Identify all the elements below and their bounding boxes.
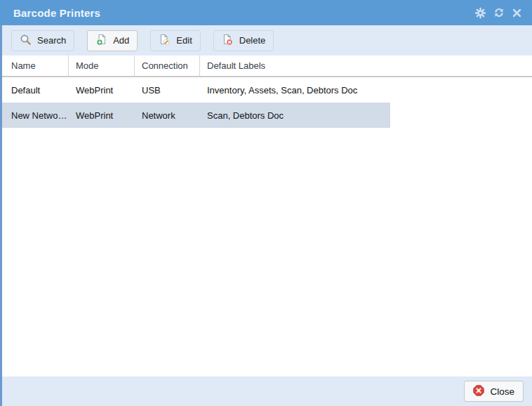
cell-name: New Netwo… <box>2 103 69 128</box>
close-button-label: Close <box>490 386 514 397</box>
grid-header: Name Mode Connection Default Labels <box>2 55 532 77</box>
magnifier-icon <box>20 34 32 48</box>
cell-mode: WebPrint <box>69 77 135 103</box>
close-octagon-icon <box>473 385 484 398</box>
delete-button-label: Delete <box>239 35 266 46</box>
search-button[interactable]: Search <box>11 30 74 51</box>
toolbar: Search Add <box>2 25 532 55</box>
delete-button[interactable]: Delete <box>213 30 274 51</box>
dialog-body: Search Add <box>0 25 532 406</box>
refresh-icon[interactable] <box>493 7 505 19</box>
edit-button-label: Edit <box>176 35 192 46</box>
page-delete-icon <box>222 34 234 48</box>
cell-name: Default <box>2 77 69 103</box>
add-button[interactable]: Add <box>87 30 138 51</box>
titlebar-tools <box>474 7 523 19</box>
titlebar: Barcode Printers <box>0 0 532 25</box>
edit-button[interactable]: Edit <box>150 30 200 51</box>
close-button[interactable]: Close <box>464 381 524 402</box>
page-edit-icon <box>159 34 171 48</box>
dialog-title: Barcode Printers <box>13 7 474 19</box>
column-header-mode[interactable]: Mode <box>69 55 135 76</box>
cell-default-labels: Scan, Debtors Doc <box>200 103 390 128</box>
cell-mode: WebPrint <box>69 103 135 128</box>
page-add-icon <box>95 34 107 48</box>
table-row[interactable]: New Netwo… WebPrint Network Scan, Debtor… <box>2 103 390 128</box>
settings-gear-icon[interactable] <box>474 7 486 19</box>
column-header-default-labels[interactable]: Default Labels <box>200 55 390 76</box>
close-icon[interactable] <box>511 7 523 19</box>
cell-connection: USB <box>135 77 200 103</box>
column-header-name[interactable]: Name <box>2 55 69 76</box>
grid-body: Default WebPrint USB Inventory, Assets, … <box>2 77 532 376</box>
barcode-printers-dialog: Barcode Printers <box>0 0 532 406</box>
column-header-connection[interactable]: Connection <box>135 55 200 76</box>
cell-connection: Network <box>135 103 200 128</box>
cell-default-labels: Inventory, Assets, Scan, Debtors Doc <box>200 77 390 103</box>
search-button-label: Search <box>37 35 66 46</box>
table-row[interactable]: Default WebPrint USB Inventory, Assets, … <box>2 77 390 103</box>
add-button-label: Add <box>113 35 129 46</box>
footer-bar: Close <box>2 376 532 406</box>
